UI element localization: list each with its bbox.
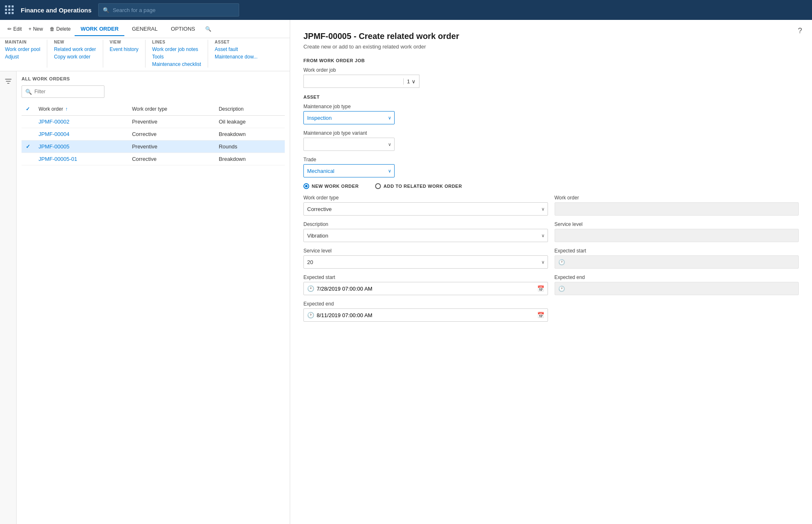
from-work-order-job-section: FROM WORK ORDER JOB — [303, 58, 799, 63]
clock-icon-related-end: 🕐 — [558, 286, 565, 292]
calendar-end-icon[interactable]: 📅 — [537, 312, 544, 318]
row-id[interactable]: JPMF-00005 — [34, 141, 128, 153]
row-check[interactable] — [22, 116, 34, 128]
dialog-title: JPMF-00005 - Create related work order — [303, 32, 799, 41]
work-order-type-select[interactable]: Corrective Preventive — [303, 202, 548, 216]
edit-button[interactable]: ✏ Edit — [5, 24, 24, 34]
col-work-order[interactable]: Work order ↑ — [34, 103, 128, 116]
related-expected-start-label: Expected start — [555, 248, 799, 254]
search-ribbon-button[interactable]: 🔍 — [203, 24, 214, 34]
app-menu-icon[interactable] — [5, 5, 14, 15]
clock-icon-related-start: 🕐 — [558, 259, 565, 265]
dialog-subtitle: Create new or add to an existing related… — [303, 44, 799, 50]
row-check[interactable] — [22, 128, 34, 141]
asset-group-title: ASSET — [215, 40, 257, 44]
top-navigation: Finance and Operations 🔍 — [0, 0, 812, 20]
delete-button[interactable]: 🗑 Delete — [47, 24, 73, 34]
help-icon[interactable]: ? — [798, 27, 802, 35]
row-check[interactable] — [22, 153, 34, 165]
new-work-order-radio[interactable] — [303, 183, 309, 189]
work-order-pool-link[interactable]: Work order pool — [5, 46, 40, 53]
search-input[interactable] — [113, 7, 235, 13]
trade-label: Trade — [303, 157, 799, 163]
tab-options[interactable]: OPTIONS — [165, 22, 201, 36]
filter-bar[interactable]: 🔍 — [22, 85, 104, 98]
search-icon: 🔍 — [103, 7, 109, 13]
work-order-mode-row: NEW WORK ORDER ADD TO RELATED WORK ORDER — [303, 183, 799, 189]
asset-fault-link[interactable]: Asset fault — [215, 46, 257, 53]
row-type: Corrective — [128, 128, 214, 141]
view-group-title: VIEW — [110, 40, 138, 44]
new-work-order-option[interactable]: NEW WORK ORDER — [303, 183, 359, 189]
app-brand: Finance and Operations — [21, 7, 92, 14]
calendar-icon[interactable]: 📅 — [537, 285, 544, 292]
filter-input[interactable] — [34, 89, 101, 95]
service-level-label: Service level — [303, 248, 548, 254]
row-type: Preventive — [128, 116, 214, 128]
maintenance-job-type-select[interactable]: Inspection Preventive Corrective — [303, 111, 395, 124]
related-expected-end-label: Expected end — [555, 274, 799, 280]
row-type: Corrective — [128, 153, 214, 165]
new-plus-icon: + — [29, 26, 32, 32]
adjust-link[interactable]: Adjust — [5, 53, 40, 60]
row-id[interactable]: JPMF-00005-01 — [34, 153, 128, 165]
new-button[interactable]: + New — [26, 24, 46, 34]
description-select[interactable]: Vibration Oil leakage Breakdown — [303, 229, 548, 242]
tab-work-order[interactable]: WORK ORDER — [75, 22, 124, 36]
expected-end-label: Expected end — [303, 301, 548, 307]
work-orders-table: ✓ Work order ↑ Work order type Descripti… — [22, 103, 285, 165]
ribbon-group-asset: ASSET Asset fault Maintenance dow... — [215, 40, 264, 68]
work-order-job-label: Work order job — [303, 67, 799, 73]
related-work-order-link[interactable]: Related work order — [54, 46, 96, 53]
event-history-link[interactable]: Event history — [110, 46, 138, 53]
trade-select[interactable]: Mechanical Electrical — [303, 164, 395, 177]
table-row[interactable]: JPMF-00005-01 Corrective Breakdown — [22, 153, 285, 165]
row-description: Breakdown — [215, 128, 285, 141]
expected-end-field[interactable] — [317, 312, 535, 318]
table-row[interactable]: JPMF-00004 Corrective Breakdown — [22, 128, 285, 141]
add-to-related-radio[interactable] — [375, 183, 381, 189]
edit-label: Edit — [13, 26, 22, 32]
expected-end-input[interactable]: 🕐 📅 — [303, 308, 548, 322]
expected-start-input[interactable]: 🕐 📅 — [303, 282, 548, 295]
maintenance-job-type-label: Maintenance job type — [303, 104, 799, 109]
related-expected-end-field: 🕐 — [555, 282, 799, 295]
ribbon-group-lines: LINES Work order job notes Tools Mainten… — [152, 40, 208, 68]
section-title: ALL WORK ORDERS — [22, 76, 285, 81]
lines-group-title: LINES — [152, 40, 201, 44]
row-id[interactable]: JPMF-00002 — [34, 116, 128, 128]
row-description: Breakdown — [215, 153, 285, 165]
edit-icon: ✏ — [7, 26, 12, 32]
work-order-job-dropdown[interactable]: 1 ∨ — [403, 78, 419, 85]
expected-start-label: Expected start — [303, 274, 548, 280]
chevron-down-icon: ∨ — [412, 78, 416, 85]
related-service-level-label: Service level — [555, 221, 799, 227]
row-id[interactable]: JPMF-00004 — [34, 128, 128, 141]
delete-icon: 🗑 — [50, 26, 55, 32]
copy-work-order-link[interactable]: Copy work order — [54, 53, 96, 60]
tab-general[interactable]: GENERAL — [126, 22, 163, 36]
col-work-order-type[interactable]: Work order type — [128, 103, 214, 116]
maintenance-job-type-variant-select[interactable] — [303, 138, 395, 151]
table-row[interactable]: JPMF-00002 Preventive Oil leakage — [22, 116, 285, 128]
work-orders-list-area: ALL WORK ORDERS 🔍 ✓ Work order ↑ — [17, 71, 290, 524]
clock-icon-end: 🕐 — [307, 312, 314, 318]
row-description: Rounds — [215, 141, 285, 153]
global-search[interactable]: 🔍 — [98, 3, 239, 17]
maintenance-dow-link[interactable]: Maintenance dow... — [215, 53, 257, 60]
ribbon-group-view: VIEW Event history — [110, 40, 145, 68]
ribbon: ✏ Edit + New 🗑 Delete WORK ORDER GENERAL… — [0, 20, 290, 71]
work-order-job-notes-link[interactable]: Work order job notes — [152, 46, 201, 53]
add-to-related-option[interactable]: ADD TO RELATED WORK ORDER — [375, 183, 462, 189]
row-check[interactable]: ✓ — [22, 141, 34, 153]
table-row[interactable]: ✓ JPMF-00005 Preventive Rounds — [22, 141, 285, 153]
related-work-order-label: Work order — [555, 195, 799, 201]
filter-icon: 🔍 — [25, 89, 32, 95]
service-level-select[interactable]: 20 10 30 — [303, 255, 548, 269]
expected-start-field[interactable] — [317, 286, 535, 292]
col-description[interactable]: Description — [215, 103, 285, 116]
filter-sidebar-icon[interactable] — [2, 75, 15, 88]
maintenance-checklist-link[interactable]: Maintenance checklist — [152, 61, 201, 68]
tools-link[interactable]: Tools — [152, 53, 201, 60]
new-label: New — [33, 26, 43, 32]
